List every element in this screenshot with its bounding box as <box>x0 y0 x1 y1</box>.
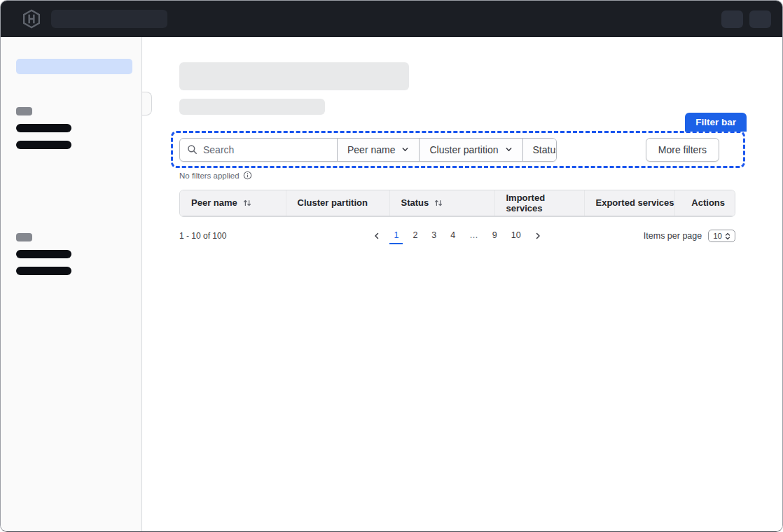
sidebar-item-skeleton <box>16 267 71 275</box>
table-footer: 1 - 10 of 100 1234…910 Items per page 10 <box>179 228 735 244</box>
page-subtitle-skeleton <box>179 99 325 115</box>
pagination-page-9[interactable]: 9 <box>488 228 501 244</box>
dropdown-label: Status <box>533 144 557 155</box>
search-icon <box>187 144 198 155</box>
chevron-down-icon <box>401 146 409 153</box>
column-header-label: Cluster partition <box>298 197 368 208</box>
pagination-page-4[interactable]: 4 <box>446 228 459 244</box>
filter-bar-annotation: Filter bar Peer nameCluster partitionSta… <box>171 131 745 168</box>
chevron-left-icon <box>373 232 381 240</box>
hashicorp-logo-icon <box>22 9 41 29</box>
sidebar-collapse-handle[interactable] <box>142 92 152 115</box>
sidebar-section-label-skeleton <box>16 107 32 115</box>
pagination-pages: 1234…910 <box>389 228 525 244</box>
pagination-page-10[interactable]: 10 <box>507 228 525 244</box>
info-icon[interactable] <box>243 171 252 180</box>
column-header-status[interactable]: Status <box>389 190 494 216</box>
column-header-exported-services: Exported services <box>584 190 674 216</box>
filter-dropdown-group: Peer nameCluster partitionStatus <box>337 139 557 161</box>
filter-dropdown-peer-name[interactable]: Peer name <box>337 139 419 161</box>
chevron-right-icon <box>534 232 542 240</box>
sidebar-item-skeleton <box>16 250 71 258</box>
page-title-skeleton <box>179 62 409 90</box>
column-header-label: Exported services <box>596 197 674 208</box>
nav-pill-skeleton <box>749 10 771 28</box>
pagination-ellipsis: … <box>465 228 483 244</box>
top-nav <box>1 1 782 37</box>
nav-search-skeleton <box>51 10 167 28</box>
column-header-label: Status <box>401 197 429 208</box>
app-window: Filter bar Peer nameCluster partitionSta… <box>0 0 783 532</box>
filter-dropdown-cluster-partition[interactable]: Cluster partition <box>419 139 522 161</box>
pagination-page-2[interactable]: 2 <box>408 228 422 244</box>
items-per-page-label: Items per page <box>644 231 702 241</box>
column-header-cluster-partition: Cluster partition <box>286 190 389 216</box>
peers-table: Peer nameCluster partitionStatusImported… <box>179 190 735 217</box>
more-filters-button[interactable]: More filters <box>646 138 719 162</box>
filter-bar: Peer nameCluster partitionStatus More fi… <box>171 131 745 168</box>
sort-icon <box>242 198 252 208</box>
items-per-page-select[interactable]: 10 <box>708 230 735 242</box>
no-filters-text: No filters applied <box>179 172 240 180</box>
column-header-label: Actions <box>691 197 725 208</box>
column-header-label: Imported services <box>506 192 546 214</box>
pagination-page-1[interactable]: 1 <box>389 228 403 244</box>
column-header-label: Peer name <box>191 197 237 208</box>
table-header-row: Peer nameCluster partitionStatusImported… <box>180 190 735 216</box>
filter-bar-annotation-label: Filter bar <box>685 113 747 132</box>
column-header-imported-services: Imported services <box>494 190 584 216</box>
sidebar-item-skeleton <box>16 141 71 149</box>
sidebar-section-label-skeleton <box>16 233 32 241</box>
nav-pill-skeleton <box>721 10 743 28</box>
column-header-actions: Actions <box>674 190 735 216</box>
dropdown-label: Cluster partition <box>429 144 498 155</box>
dropdown-label: Peer name <box>347 144 395 155</box>
up-down-caret-icon <box>725 232 730 240</box>
chevron-down-icon <box>505 146 513 153</box>
filter-control-group: Peer nameCluster partitionStatus <box>179 138 557 162</box>
pagination-page-3[interactable]: 3 <box>427 228 441 244</box>
sidebar-active-item-skeleton <box>16 59 132 74</box>
main-content: Filter bar Peer nameCluster partitionSta… <box>142 37 782 532</box>
result-range-text: 1 - 10 of 100 <box>179 231 370 241</box>
column-header-peer-name[interactable]: Peer name <box>180 190 286 216</box>
sidebar <box>1 37 142 532</box>
pagination-next-button[interactable] <box>531 230 545 241</box>
pagination-prev-button[interactable] <box>370 230 384 241</box>
sort-icon <box>434 198 443 208</box>
filter-dropdown-status[interactable]: Status <box>522 139 557 161</box>
search-field[interactable] <box>180 139 337 161</box>
sidebar-item-skeleton <box>16 124 71 132</box>
search-input[interactable] <box>203 144 330 155</box>
pagination: 1234…910 <box>370 228 544 244</box>
